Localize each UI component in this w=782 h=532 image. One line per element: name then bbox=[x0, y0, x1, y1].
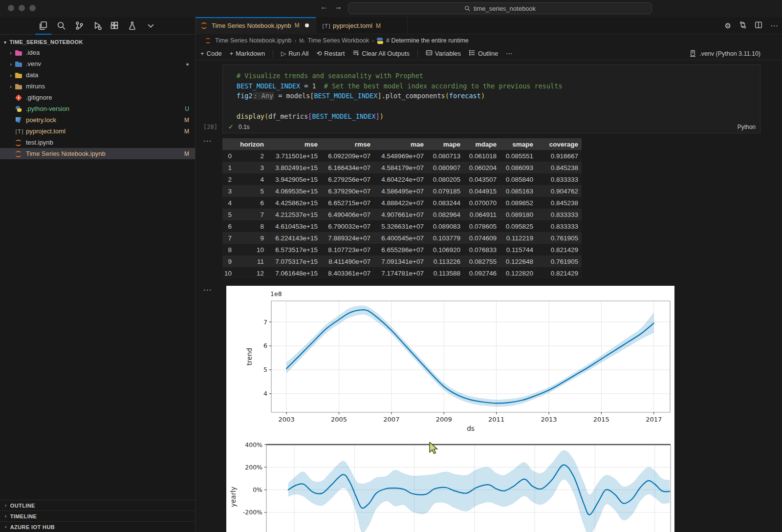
split-editor-icon[interactable] bbox=[755, 21, 762, 31]
code-line: BEST_MODEL_INDEX = 1 # Set the best mode… bbox=[237, 81, 563, 91]
toolbar-more-button[interactable]: ⋯ bbox=[506, 50, 512, 57]
output-more-actions-icon[interactable]: ··· bbox=[203, 286, 212, 294]
outline-button[interactable]: Outline bbox=[469, 49, 498, 58]
tree-item-poetry-lock[interactable]: poetry.lockM bbox=[0, 114, 195, 126]
editor-area: Time Series Notebook.ipynb M pyproject.t… bbox=[196, 17, 782, 532]
tree-item-idea[interactable]: ›.idea bbox=[0, 47, 195, 58]
table-row: 464.425862e+156.652715e+074.888422e+070.… bbox=[222, 197, 582, 209]
add-code-cell-button[interactable]: +Code bbox=[200, 50, 222, 57]
code-editor[interactable]: # Visualize trends and seasonality with … bbox=[237, 71, 563, 122]
section-outline[interactable]: ›OUTLINE bbox=[0, 500, 195, 511]
poetry-icon bbox=[15, 116, 22, 124]
column-header bbox=[222, 138, 235, 150]
active-view-underline bbox=[35, 34, 51, 35]
section-label: AZURE IOT HUB bbox=[10, 524, 55, 530]
table-row: 8106.573517e+158.107723e+076.655286e+070… bbox=[222, 244, 582, 255]
nav-back-button[interactable]: ← bbox=[320, 2, 328, 11]
tree-item-label: .venv bbox=[26, 60, 41, 67]
breadcrumb-item-cell[interactable]: # Determine the entire runtime bbox=[386, 37, 469, 44]
prophet-components-figure: 456720032005200720092011201320152017dstr… bbox=[226, 286, 674, 532]
tree-item-gitignore[interactable]: .gitignore bbox=[0, 92, 195, 103]
run-debug-icon[interactable] bbox=[91, 19, 104, 32]
tree-item-venv[interactable]: ›.venv● bbox=[0, 58, 195, 69]
svg-text:-200%: -200% bbox=[243, 509, 262, 516]
chevron-right-icon: › bbox=[7, 72, 15, 78]
settings-gear-icon[interactable]: ⚙ bbox=[725, 21, 731, 30]
window-zoom-button[interactable] bbox=[29, 5, 36, 11]
jupyter-icon bbox=[15, 139, 22, 147]
column-header: coverage bbox=[537, 138, 582, 150]
svg-text:trend: trend bbox=[245, 348, 253, 365]
svg-text:yearly: yearly bbox=[229, 487, 237, 507]
search-icon[interactable] bbox=[55, 19, 67, 32]
jupyter-icon bbox=[15, 150, 22, 158]
compare-changes-icon[interactable] bbox=[739, 21, 747, 31]
table-row: 9117.075317e+158.411490e+077.091341e+070… bbox=[222, 255, 582, 267]
tree-item-time-series-notebook-ipynb[interactable]: Time Series Notebook.ipynbM bbox=[0, 148, 195, 159]
tab-time-series-notebook[interactable]: Time Series Notebook.ipynb M bbox=[196, 17, 316, 34]
explorer-icon[interactable] bbox=[37, 19, 49, 32]
toolbar-divider bbox=[417, 50, 418, 57]
tab-pyproject-toml[interactable]: pyproject.toml M bbox=[317, 17, 408, 34]
toolbar-divider bbox=[273, 50, 273, 57]
command-center-search[interactable]: time_series_notebook bbox=[348, 2, 652, 14]
title-bar: ← → time_series_notebook bbox=[0, 0, 782, 17]
tree-item-test-ipynb[interactable]: test.ipynb bbox=[0, 137, 195, 148]
column-header: horizon bbox=[235, 138, 267, 150]
git-status-badge: U bbox=[185, 106, 189, 112]
tree-item-data[interactable]: ›data bbox=[0, 69, 195, 81]
chevron-right-icon: › bbox=[5, 524, 7, 530]
kernel-picker[interactable]: .venv (Python 3.11.10) bbox=[689, 47, 760, 60]
yearly-chart: 400%200%0%-200%yearly bbox=[226, 434, 674, 532]
chevron-right-icon: › bbox=[7, 50, 15, 56]
clear-all-outputs-button[interactable]: Clear All Outputs bbox=[352, 49, 410, 58]
activity-bar bbox=[0, 17, 195, 35]
code-line bbox=[237, 101, 563, 111]
tree-item-mlruns[interactable]: ›mlruns bbox=[0, 81, 195, 92]
more-actions-icon[interactable]: ··· bbox=[770, 21, 778, 30]
jupyter-icon bbox=[200, 21, 208, 29]
testing-flask-icon[interactable] bbox=[126, 19, 138, 32]
jupyter-icon bbox=[205, 37, 212, 44]
cell-language[interactable]: Python bbox=[738, 124, 756, 130]
tree-item-python-version[interactable]: .python-versionU bbox=[0, 103, 195, 114]
breadcrumb-item-file[interactable]: Time Series Notebook.ipynb bbox=[215, 37, 292, 44]
run-all-button[interactable]: ▷Run All bbox=[281, 50, 308, 57]
modified-dot-icon: ● bbox=[186, 61, 189, 67]
explorer-root-header[interactable]: ▾ TIME_SERIES_NOTEBOOK bbox=[0, 37, 195, 47]
git-icon bbox=[15, 94, 22, 102]
svg-text:400%: 400% bbox=[245, 441, 262, 448]
tree-item-pyproject-toml[interactable]: pyproject.tomlM bbox=[0, 126, 195, 137]
cell-exec-time: 0.1s bbox=[239, 124, 250, 130]
nav-forward-button[interactable]: → bbox=[334, 2, 342, 11]
section-timeline[interactable]: ›TIMELINE bbox=[0, 511, 195, 521]
source-control-icon[interactable] bbox=[73, 19, 86, 32]
add-markdown-cell-button[interactable]: +Markdown bbox=[230, 50, 265, 57]
column-header: mse bbox=[267, 138, 321, 150]
window-minimize-button[interactable] bbox=[19, 5, 25, 11]
tree-item-label: data bbox=[26, 71, 38, 79]
unsaved-dot-icon[interactable] bbox=[305, 23, 309, 27]
chevron-right-icon: › bbox=[7, 61, 15, 67]
code-line: fig2: Any = models[BEST_MODEL_INDEX].plo… bbox=[237, 91, 563, 101]
svg-text:7: 7 bbox=[263, 319, 267, 326]
svg-text:2017: 2017 bbox=[646, 416, 662, 423]
chevron-right-icon: › bbox=[5, 513, 7, 519]
variables-button[interactable]: Variables bbox=[426, 49, 461, 58]
breadcrumb-item-section[interactable]: Time Series Workbook bbox=[308, 37, 369, 44]
code-cell[interactable]: # Visualize trends and seasonality with … bbox=[222, 64, 760, 133]
venv-folder-icon bbox=[15, 60, 22, 68]
table-row: 10127.061648e+158.403361e+077.174781e+07… bbox=[222, 267, 582, 279]
restart-kernel-button[interactable]: ⟲Restart bbox=[316, 50, 345, 57]
table-row: 574.212537e+156.490406e+074.907661e+070.… bbox=[222, 209, 582, 220]
column-header: mae bbox=[374, 138, 427, 150]
table-row: 023.711501e+156.092209e+074.548969e+070.… bbox=[222, 150, 582, 162]
section-azure-iot-hub[interactable]: ›AZURE IOT HUB bbox=[0, 521, 195, 532]
tab-title: Time Series Notebook.ipynb bbox=[212, 22, 291, 29]
output-more-actions-icon[interactable]: ··· bbox=[203, 137, 212, 145]
window-close-button[interactable] bbox=[8, 5, 14, 11]
more-views-chevron-icon[interactable] bbox=[144, 19, 157, 32]
chevron-right-icon: › bbox=[7, 84, 15, 89]
extensions-icon[interactable] bbox=[108, 19, 121, 32]
clear-outputs-icon bbox=[352, 49, 359, 58]
